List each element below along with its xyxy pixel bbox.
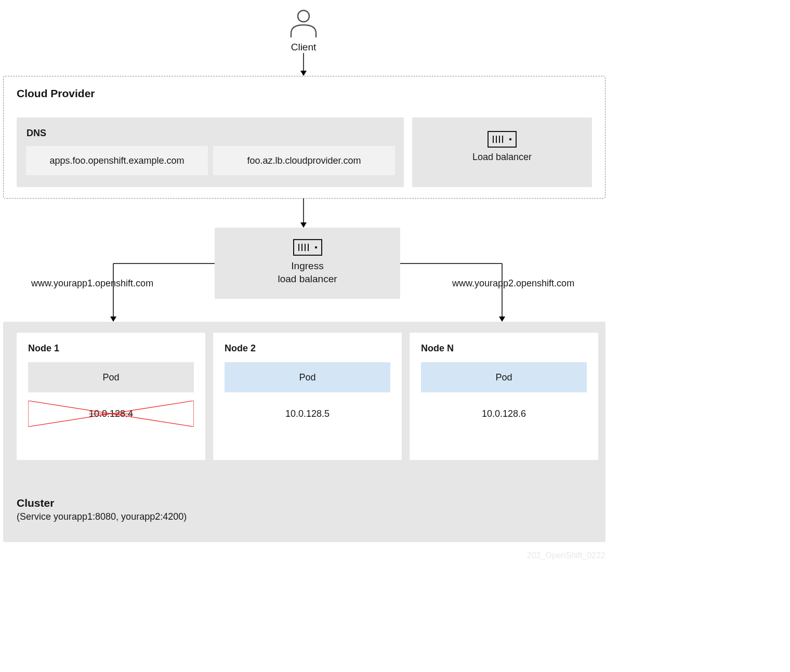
footnote: 202_OpenShift_0222 bbox=[0, 551, 605, 560]
node-2-title: Node 2 bbox=[225, 343, 390, 354]
arrow-cloud-to-ingress bbox=[299, 199, 308, 228]
client-label: Client bbox=[0, 42, 607, 53]
dns-title: DNS bbox=[27, 128, 46, 139]
node-2-ip: 10.0.128.5 bbox=[285, 409, 330, 419]
svg-point-0 bbox=[298, 10, 309, 22]
cluster-title: Cluster bbox=[17, 497, 54, 509]
node-n-pod: Pod bbox=[421, 362, 587, 392]
route-right-label: www.yourapp2.openshift.com bbox=[452, 278, 574, 289]
ingress-label-1: Ingress bbox=[291, 260, 323, 271]
dns-record-2: foo.az.lb.cloudprovider.com bbox=[213, 146, 395, 175]
node-2-pod: Pod bbox=[225, 362, 390, 392]
cluster-subtitle: (Service yourapp1:8080, yourapp2:4200) bbox=[17, 511, 187, 522]
node-1-pod: Pod bbox=[28, 362, 194, 392]
cloud-provider-title: Cloud Provider bbox=[17, 87, 95, 100]
node-n-title: Node N bbox=[421, 343, 587, 354]
ingress-box: Ingress load balancer bbox=[215, 228, 400, 299]
node-n-box: Node N Pod 10.0.128.6 bbox=[410, 333, 598, 460]
load-balancer-box: Load balancer bbox=[412, 117, 592, 187]
svg-point-14 bbox=[314, 246, 317, 248]
load-balancer-label: Load balancer bbox=[412, 152, 592, 163]
node-2-box: Node 2 Pod 10.0.128.5 bbox=[213, 333, 402, 460]
cross-out-icon bbox=[28, 401, 194, 427]
ingress-label-2: load balancer bbox=[278, 273, 337, 284]
arrow-client-to-cloud bbox=[299, 53, 308, 76]
dns-record-1: apps.foo.openshift.example.com bbox=[26, 146, 208, 175]
client-icon bbox=[288, 7, 319, 38]
node-n-ip: 10.0.128.6 bbox=[482, 409, 526, 419]
route-left-label: www.yourapp1.openshift.com bbox=[31, 278, 153, 289]
svg-point-7 bbox=[509, 138, 511, 140]
node-1-box: Node 1 Pod 10.0.128.4 bbox=[17, 333, 205, 460]
server-icon bbox=[412, 131, 592, 148]
server-icon bbox=[215, 239, 400, 256]
node-1-title: Node 1 bbox=[28, 343, 194, 354]
